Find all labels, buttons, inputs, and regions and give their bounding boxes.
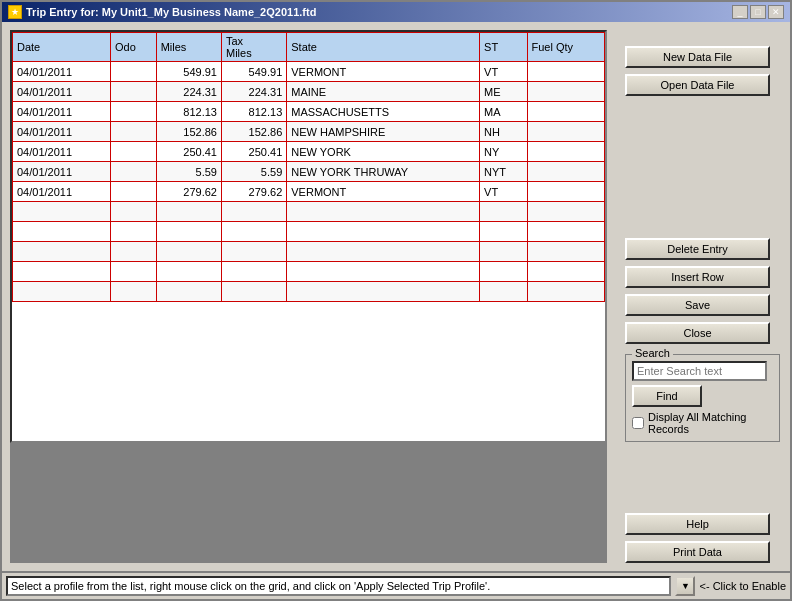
cell-fuel-qty[interactable] bbox=[527, 142, 604, 162]
cell-date[interactable]: 04/01/2011 bbox=[13, 102, 111, 122]
table-row[interactable]: 04/01/2011 279.62 279.62 VERMONT VT bbox=[13, 182, 605, 202]
minimize-button[interactable]: _ bbox=[732, 5, 748, 19]
cell-fuel-qty[interactable] bbox=[527, 222, 604, 242]
cell-odo[interactable] bbox=[111, 122, 157, 142]
cell-state[interactable]: MAINE bbox=[287, 82, 480, 102]
cell-state[interactable] bbox=[287, 202, 480, 222]
search-input[interactable] bbox=[632, 361, 767, 381]
title-controls[interactable]: _ □ ✕ bbox=[732, 5, 784, 19]
cell-odo[interactable] bbox=[111, 262, 157, 282]
cell-odo[interactable] bbox=[111, 102, 157, 122]
cell-date[interactable]: 04/01/2011 bbox=[13, 142, 111, 162]
cell-miles[interactable]: 152.86 bbox=[156, 122, 221, 142]
cell-fuel-qty[interactable] bbox=[527, 82, 604, 102]
cell-miles[interactable] bbox=[156, 262, 221, 282]
cell-state[interactable] bbox=[287, 242, 480, 262]
cell-st[interactable]: ME bbox=[480, 82, 527, 102]
cell-odo[interactable] bbox=[111, 142, 157, 162]
cell-date[interactable]: 04/01/2011 bbox=[13, 182, 111, 202]
cell-date[interactable]: 04/01/2011 bbox=[13, 62, 111, 82]
cell-st[interactable]: VT bbox=[480, 62, 527, 82]
cell-state[interactable]: VERMONT bbox=[287, 62, 480, 82]
cell-state[interactable] bbox=[287, 282, 480, 302]
cell-state[interactable]: NEW YORK THRUWAY bbox=[287, 162, 480, 182]
find-button[interactable]: Find bbox=[632, 385, 702, 407]
open-data-file-button[interactable]: Open Data File bbox=[625, 74, 770, 96]
cell-fuel-qty[interactable] bbox=[527, 282, 604, 302]
cell-miles[interactable]: 5.59 bbox=[156, 162, 221, 182]
cell-date[interactable]: 04/01/2011 bbox=[13, 162, 111, 182]
cell-miles[interactable] bbox=[156, 282, 221, 302]
table-row[interactable]: 04/01/2011 152.86 152.86 NEW HAMPSHIRE N… bbox=[13, 122, 605, 142]
cell-date[interactable] bbox=[13, 282, 111, 302]
cell-miles[interactable]: 224.31 bbox=[156, 82, 221, 102]
cell-st[interactable] bbox=[480, 202, 527, 222]
cell-state[interactable] bbox=[287, 222, 480, 242]
cell-miles[interactable]: 279.62 bbox=[156, 182, 221, 202]
cell-tax-miles[interactable]: 152.86 bbox=[221, 122, 286, 142]
cell-st[interactable]: VT bbox=[480, 182, 527, 202]
cell-fuel-qty[interactable] bbox=[527, 62, 604, 82]
cell-state[interactable]: NEW YORK bbox=[287, 142, 480, 162]
new-data-file-button[interactable]: New Data File bbox=[625, 46, 770, 68]
cell-odo[interactable] bbox=[111, 242, 157, 262]
status-input[interactable] bbox=[6, 576, 671, 596]
table-row[interactable]: 04/01/2011 224.31 224.31 MAINE ME bbox=[13, 82, 605, 102]
cell-odo[interactable] bbox=[111, 202, 157, 222]
cell-st[interactable]: NY bbox=[480, 142, 527, 162]
close-button[interactable]: ✕ bbox=[768, 5, 784, 19]
table-row[interactable]: 04/01/2011 549.91 549.91 VERMONT VT bbox=[13, 62, 605, 82]
table-row[interactable] bbox=[13, 282, 605, 302]
cell-tax-miles[interactable] bbox=[221, 282, 286, 302]
table-row[interactable] bbox=[13, 202, 605, 222]
cell-fuel-qty[interactable] bbox=[527, 182, 604, 202]
cell-fuel-qty[interactable] bbox=[527, 202, 604, 222]
cell-st[interactable]: NYT bbox=[480, 162, 527, 182]
table-row[interactable] bbox=[13, 262, 605, 282]
cell-tax-miles[interactable]: 224.31 bbox=[221, 82, 286, 102]
cell-st[interactable]: NH bbox=[480, 122, 527, 142]
cell-fuel-qty[interactable] bbox=[527, 242, 604, 262]
print-data-button[interactable]: Print Data bbox=[625, 541, 770, 563]
cell-tax-miles[interactable]: 812.13 bbox=[221, 102, 286, 122]
table-row[interactable] bbox=[13, 222, 605, 242]
cell-date[interactable]: 04/01/2011 bbox=[13, 122, 111, 142]
delete-entry-button[interactable]: Delete Entry bbox=[625, 238, 770, 260]
maximize-button[interactable]: □ bbox=[750, 5, 766, 19]
cell-st[interactable]: MA bbox=[480, 102, 527, 122]
display-all-checkbox[interactable] bbox=[632, 417, 644, 429]
table-row[interactable]: 04/01/2011 5.59 5.59 NEW YORK THRUWAY NY… bbox=[13, 162, 605, 182]
cell-fuel-qty[interactable] bbox=[527, 102, 604, 122]
cell-date[interactable] bbox=[13, 262, 111, 282]
cell-date[interactable]: 04/01/2011 bbox=[13, 82, 111, 102]
cell-tax-miles[interactable] bbox=[221, 242, 286, 262]
cell-miles[interactable] bbox=[156, 202, 221, 222]
cell-tax-miles[interactable]: 250.41 bbox=[221, 142, 286, 162]
cell-state[interactable] bbox=[287, 262, 480, 282]
cell-odo[interactable] bbox=[111, 282, 157, 302]
cell-tax-miles[interactable]: 5.59 bbox=[221, 162, 286, 182]
cell-tax-miles[interactable]: 549.91 bbox=[221, 62, 286, 82]
dropdown-button[interactable]: ▼ bbox=[675, 576, 695, 596]
cell-fuel-qty[interactable] bbox=[527, 162, 604, 182]
cell-state[interactable]: NEW HAMPSHIRE bbox=[287, 122, 480, 142]
cell-miles[interactable]: 812.13 bbox=[156, 102, 221, 122]
table-row[interactable]: 04/01/2011 250.41 250.41 NEW YORK NY bbox=[13, 142, 605, 162]
insert-row-button[interactable]: Insert Row bbox=[625, 266, 770, 288]
cell-odo[interactable] bbox=[111, 62, 157, 82]
cell-tax-miles[interactable] bbox=[221, 222, 286, 242]
cell-date[interactable] bbox=[13, 202, 111, 222]
cell-miles[interactable]: 549.91 bbox=[156, 62, 221, 82]
table-row[interactable]: 04/01/2011 812.13 812.13 MASSACHUSETTS M… bbox=[13, 102, 605, 122]
cell-tax-miles[interactable]: 279.62 bbox=[221, 182, 286, 202]
cell-st[interactable] bbox=[480, 242, 527, 262]
cell-st[interactable] bbox=[480, 222, 527, 242]
cell-st[interactable] bbox=[480, 282, 527, 302]
close-button-right[interactable]: Close bbox=[625, 322, 770, 344]
save-button[interactable]: Save bbox=[625, 294, 770, 316]
cell-tax-miles[interactable] bbox=[221, 262, 286, 282]
cell-date[interactable] bbox=[13, 222, 111, 242]
cell-odo[interactable] bbox=[111, 162, 157, 182]
cell-miles[interactable] bbox=[156, 242, 221, 262]
table-row[interactable] bbox=[13, 242, 605, 262]
